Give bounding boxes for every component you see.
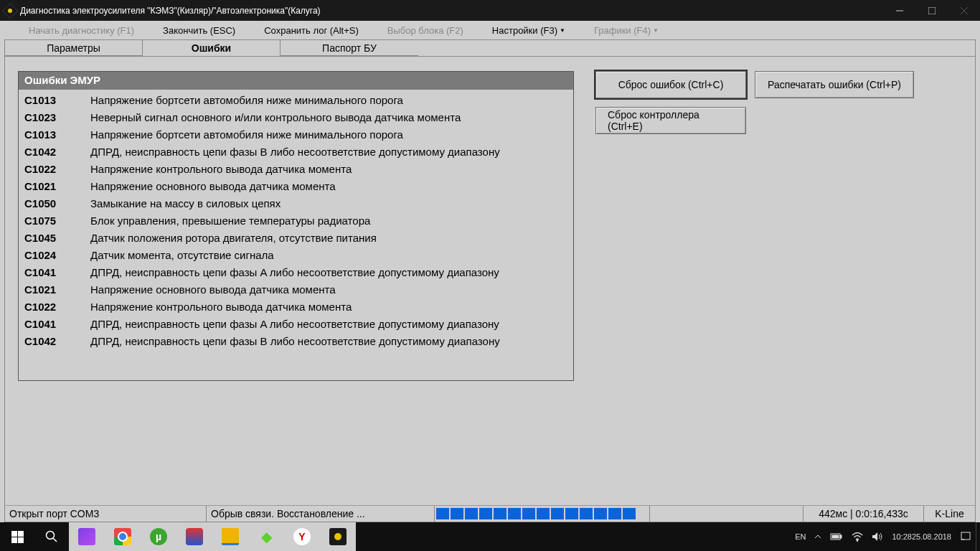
status-spacer <box>650 506 804 522</box>
error-code: C1023 <box>24 109 90 126</box>
error-row[interactable]: C1013Напряжение бортсети автомобиля ниже… <box>19 92 573 109</box>
start-button[interactable] <box>0 522 34 551</box>
tab-passport[interactable]: Паспорт БУ <box>281 40 418 56</box>
tray-notifications-icon[interactable] <box>956 522 976 551</box>
app-icon <box>2 2 19 19</box>
error-code: C1041 <box>24 316 90 333</box>
error-description: Блок управления, превышение температуры … <box>90 212 567 230</box>
error-description: Напряжение контрольного вывода датчика м… <box>90 298 567 316</box>
taskbar: µ ◆ Y EN 10:28 25.08.2018 <box>0 522 980 551</box>
search-icon <box>45 530 58 543</box>
errors-list-body: C1013Напряжение бортсети автомобиля ниже… <box>19 90 573 352</box>
error-description: Замыкание на массу в силовых цепях <box>90 195 567 212</box>
tray-clock[interactable]: 10:28 25.08.2018 <box>887 522 956 551</box>
error-code: C1021 <box>24 281 90 298</box>
windows-icon <box>11 531 24 543</box>
error-code: C1075 <box>24 212 90 230</box>
errors-list-header: Ошибки ЭМУР <box>19 72 573 90</box>
taskbar-app-yandex[interactable]: Y <box>284 522 320 551</box>
error-description: Датчик момента, отсутствие сигнала <box>90 247 567 264</box>
charts-menu[interactable]: Графики (F4)▼ <box>580 25 673 36</box>
error-row[interactable]: C1021Напряжение основного вывода датчика… <box>19 178 573 195</box>
maximize-button[interactable] <box>915 0 948 21</box>
error-row[interactable]: C1041ДПРД, неисправность цепи фазы A либ… <box>19 264 573 281</box>
chevron-down-icon: ▼ <box>560 27 565 34</box>
error-code: C1022 <box>24 298 90 316</box>
taskbar-app-diagnostics[interactable] <box>320 522 356 551</box>
taskbar-app-sims[interactable]: ◆ <box>248 522 284 551</box>
error-row[interactable]: C1024Датчик момента, отсутствие сигнала <box>19 247 573 264</box>
error-description: Напряжение бортсети автомобиля ниже мини… <box>90 126 567 143</box>
taskbar-app-chrome[interactable] <box>105 522 141 551</box>
reset-controller-button[interactable]: Сброс контроллера (Ctrl+E) <box>595 107 746 134</box>
tray-language[interactable]: EN <box>791 522 810 551</box>
taskbar-app-explorer[interactable] <box>212 522 248 551</box>
system-tray: EN 10:28 25.08.2018 <box>791 522 980 551</box>
tab-errors[interactable]: Ошибки <box>143 40 281 56</box>
error-row[interactable]: C1013Напряжение бортсети автомобиля ниже… <box>19 126 573 143</box>
error-description: Датчик положения ротора двигателя, отсут… <box>90 230 567 247</box>
svg-rect-7 <box>18 537 24 543</box>
error-description: ДПРД, неисправность цепи фазы A либо нес… <box>90 264 567 281</box>
error-description: Напряжение контрольного вывода датчика м… <box>90 161 567 178</box>
error-row[interactable]: C1022Напряжение контрольного вывода датч… <box>19 298 573 316</box>
taskbar-app-utorrent[interactable]: µ <box>141 522 176 551</box>
error-row[interactable]: C1023Неверный сигнал основного и/или кон… <box>19 109 573 126</box>
error-code: C1042 <box>24 333 90 350</box>
tray-wifi-icon[interactable] <box>847 522 867 551</box>
app-body: Начать диагностику (F1) Закончить (ESC) … <box>0 21 980 522</box>
taskbar-app-alice[interactable] <box>69 522 105 551</box>
minimize-button[interactable] <box>883 0 915 21</box>
tray-volume-icon[interactable] <box>867 522 887 551</box>
save-log-button[interactable]: Сохранить лог (Alt+S) <box>250 25 373 36</box>
error-row[interactable]: C1050Замыкание на массу в силовых цепях <box>19 195 573 212</box>
start-diagnostics-button[interactable]: Начать диагностику (F1) <box>14 25 149 36</box>
error-code: C1042 <box>24 143 90 161</box>
tab-parameters[interactable]: Параметры <box>5 40 143 56</box>
close-button[interactable] <box>948 0 980 21</box>
tab-content: Ошибки ЭМУР C1013Напряжение бортсети авт… <box>4 56 976 506</box>
taskbar-app-ccleaner[interactable] <box>176 522 212 551</box>
stop-diagnostics-button[interactable]: Закончить (ESC) <box>149 25 250 36</box>
svg-rect-5 <box>18 531 24 537</box>
tray-expand-icon[interactable] <box>810 522 826 551</box>
tray-time: 10:28 <box>892 532 912 542</box>
status-connection: Обрыв связи. Восстановление ... <box>207 506 435 522</box>
show-desktop-button[interactable] <box>976 522 980 551</box>
error-description: ДПРД, неисправность цепи фазы B либо нес… <box>90 333 567 350</box>
error-description: Напряжение основного вывода датчика моме… <box>90 281 567 298</box>
error-row[interactable]: C1021Напряжение основного вывода датчика… <box>19 281 573 298</box>
settings-menu[interactable]: Настройки (F3)▼ <box>478 25 580 36</box>
svg-rect-15 <box>961 532 970 540</box>
status-protocol: K-Line <box>924 506 976 522</box>
svg-rect-1 <box>928 7 936 14</box>
svg-marker-14 <box>872 532 877 541</box>
tray-date: 25.08.2018 <box>912 532 951 542</box>
print-errors-button[interactable]: Распечатать ошибки (Ctrl+P) <box>755 71 914 98</box>
error-row[interactable]: C1041ДПРД, неисправность цепи фазы A либ… <box>19 316 573 333</box>
tab-bar: Параметры Ошибки Паспорт БУ <box>4 39 976 56</box>
error-row[interactable]: C1075Блок управления, превышение темпера… <box>19 212 573 230</box>
error-code: C1024 <box>24 247 90 264</box>
error-row[interactable]: C1042ДПРД, неисправность цепи фазы B либ… <box>19 143 573 161</box>
error-code: C1013 <box>24 126 90 143</box>
status-timing: 442мс | 0:0:16,433с <box>804 506 924 522</box>
svg-rect-12 <box>832 535 839 538</box>
error-description: ДПРД, неисправность цепи фазы B либо нес… <box>90 143 567 161</box>
error-row[interactable]: C1042ДПРД, неисправность цепи фазы B либ… <box>19 333 573 350</box>
search-button[interactable] <box>34 522 69 551</box>
error-row[interactable]: C1022Напряжение контрольного вывода датч… <box>19 161 573 178</box>
error-description: Напряжение бортсети автомобиля ниже мини… <box>90 92 567 109</box>
window-title: Диагностика электроусилителя "КЭМЗ"(Кизл… <box>20 6 321 16</box>
tray-battery-icon[interactable] <box>826 522 847 551</box>
error-description: Неверный сигнал основного и/или контроль… <box>90 109 567 126</box>
svg-rect-11 <box>840 535 842 538</box>
status-bar: Открыт порт COM3 Обрыв связи. Восстановл… <box>4 505 976 522</box>
error-row[interactable]: C1045Датчик положения ротора двигателя, … <box>19 230 573 247</box>
error-code: C1013 <box>24 92 90 109</box>
select-block-button[interactable]: Выбор блока (F2) <box>373 25 478 36</box>
clear-errors-button[interactable]: Сброс ошибок (Ctrl+C) <box>595 71 746 98</box>
error-code: C1045 <box>24 230 90 247</box>
error-code: C1041 <box>24 264 90 281</box>
error-description: Напряжение основного вывода датчика моме… <box>90 178 567 195</box>
